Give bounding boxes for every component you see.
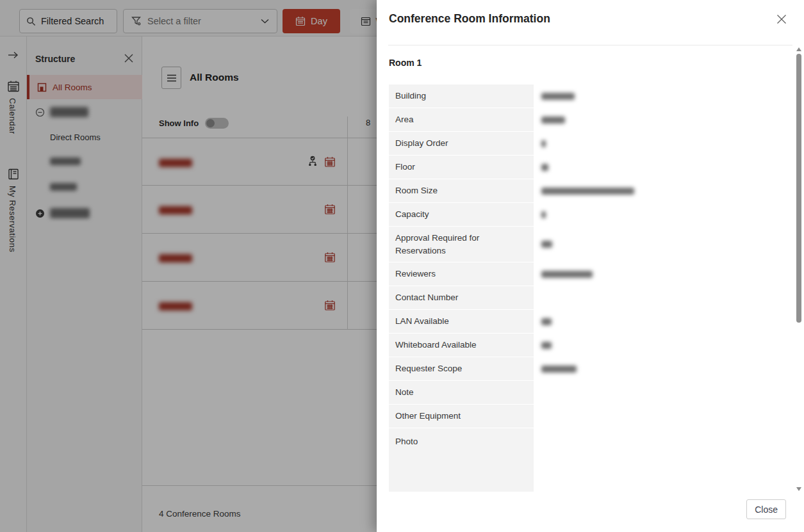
modal-scrollbar[interactable] bbox=[796, 45, 802, 496]
field-value bbox=[534, 179, 790, 202]
redacted-field-value bbox=[541, 188, 634, 195]
field-label: Approval Required for Reservations bbox=[389, 227, 534, 262]
field-value bbox=[534, 203, 790, 226]
field-label: Requester Scope bbox=[389, 357, 534, 380]
field-row: Area bbox=[389, 108, 790, 131]
field-row: Other Equipment bbox=[389, 405, 790, 428]
scroll-down-arrow-icon[interactable] bbox=[796, 487, 801, 491]
field-label: Contact Number bbox=[389, 286, 534, 309]
field-label: Display Order bbox=[389, 132, 534, 155]
redacted-field-value bbox=[541, 318, 552, 325]
field-value bbox=[534, 405, 790, 428]
field-label: Area bbox=[389, 108, 534, 131]
modal-title: Conference Room Information bbox=[389, 12, 550, 26]
field-value bbox=[534, 262, 790, 286]
field-row: Floor bbox=[389, 156, 790, 179]
modal-header-divider bbox=[388, 45, 792, 45]
room-name-heading: Room 1 bbox=[389, 58, 422, 68]
close-button[interactable]: Close bbox=[746, 499, 786, 519]
field-label: Room Size bbox=[389, 179, 534, 202]
field-row: Display Order bbox=[389, 132, 790, 155]
field-row: Approval Required for Reservations bbox=[389, 227, 790, 262]
redacted-field-value bbox=[541, 366, 577, 373]
field-row: Reviewers bbox=[389, 262, 790, 286]
field-label: Whiteboard Available bbox=[389, 334, 534, 357]
redacted-field-value bbox=[541, 164, 548, 171]
close-icon[interactable] bbox=[776, 14, 787, 24]
field-label: Photo bbox=[389, 428, 534, 492]
field-value bbox=[534, 357, 790, 380]
field-value bbox=[534, 227, 790, 262]
field-label: Note bbox=[389, 381, 534, 404]
field-label: LAN Available bbox=[389, 310, 534, 333]
redacted-field-value bbox=[541, 241, 552, 248]
conference-room-app: Filtered Search Select a filter bbox=[0, 0, 804, 532]
field-label: Reviewers bbox=[389, 262, 534, 286]
field-row: Whiteboard Available bbox=[389, 334, 790, 357]
field-row: Photo bbox=[389, 428, 790, 492]
conference-room-info-modal: Conference Room Information Room 1 Build… bbox=[377, 0, 804, 532]
field-row: Building bbox=[389, 85, 790, 108]
field-label: Capacity bbox=[389, 203, 534, 226]
redacted-field-value bbox=[541, 117, 565, 124]
field-label: Building bbox=[389, 85, 534, 108]
field-row: Room Size bbox=[389, 179, 790, 202]
redacted-field-value bbox=[541, 93, 575, 100]
room-info-table: BuildingAreaDisplay OrderFloorRoom SizeC… bbox=[389, 85, 790, 492]
field-row: Capacity bbox=[389, 203, 790, 226]
field-row: Contact Number bbox=[389, 286, 790, 309]
field-value bbox=[534, 286, 790, 309]
redacted-field-value bbox=[541, 342, 552, 349]
field-value bbox=[534, 381, 790, 404]
field-value bbox=[534, 85, 790, 108]
field-value bbox=[534, 334, 790, 357]
field-value bbox=[534, 428, 790, 492]
field-value bbox=[534, 310, 790, 333]
field-value bbox=[534, 156, 790, 179]
scroll-up-arrow-icon[interactable] bbox=[796, 47, 801, 51]
redacted-field-value bbox=[541, 140, 546, 147]
field-row: Requester Scope bbox=[389, 357, 790, 380]
field-label: Other Equipment bbox=[389, 405, 534, 428]
field-label: Floor bbox=[389, 156, 534, 179]
field-value bbox=[534, 108, 790, 131]
field-row: LAN Available bbox=[389, 310, 790, 333]
field-row: Note bbox=[389, 381, 790, 404]
scrollbar-thumb[interactable] bbox=[796, 54, 801, 323]
field-value bbox=[534, 132, 790, 155]
redacted-field-value bbox=[541, 211, 546, 218]
redacted-field-value bbox=[541, 271, 593, 278]
